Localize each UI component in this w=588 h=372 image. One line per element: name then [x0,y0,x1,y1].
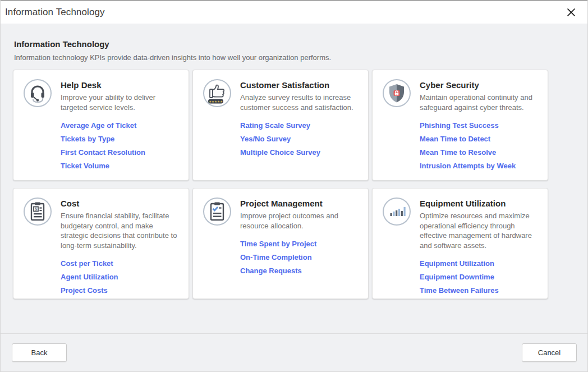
svg-text:$: $ [35,207,37,212]
section-subtitle: Information technology KPIs provide data… [13,53,575,62]
card-title: Help Desk [61,79,181,90]
card-title: Project Management [240,198,360,208]
kpi-link-multiple-choice-survey[interactable]: Multiple Choice Survey [240,148,360,157]
card-equipment-utilization: Equipment Utilization Optimize resources… [372,188,548,299]
kpi-link-ticket-volume[interactable]: Ticket Volume [61,162,181,170]
card-title: Cyber Security [420,79,540,90]
card-cost: $ Cost Ensure financial stability, facil… [13,188,189,299]
kpi-link-equipment-utilization[interactable]: Equipment Utilization [420,259,540,268]
card-links: Cost per Ticket Agent Utilization Projec… [61,259,181,295]
dialog-body: Information Technology Information techn… [1,24,587,333]
kpi-link-equipment-downtime[interactable]: Equipment Downtime [420,273,540,281]
card-cyber-security: Cyber Security Maintain operational cont… [372,70,548,181]
card-links: Phishing Test Success Mean Time to Detec… [420,121,540,170]
kpi-link-average-age-of-ticket[interactable]: Average Age of Ticket [61,121,181,130]
close-icon [567,8,576,17]
kpi-link-mean-time-to-detect[interactable]: Mean Time to Detect [420,135,540,143]
kpi-link-agent-utilization[interactable]: Agent Utilization [61,273,181,281]
cancel-button[interactable]: Cancel [522,343,577,362]
kpi-link-first-contact-resolution[interactable]: First Contact Resolution [61,148,181,157]
headset-icon [24,79,52,107]
kpi-link-intrusion-attempts-by-week[interactable]: Intrusion Attempts by Week [420,162,540,170]
kpi-link-rating-scale-survey[interactable]: Rating Scale Survey [240,121,360,130]
close-button[interactable] [564,5,578,20]
information-technology-dialog: Information Technology Information Techn… [0,0,588,372]
card-customer-satisfaction: ★★★★★ Customer Satisfaction Analyze surv… [192,70,369,181]
kpi-link-cost-per-ticket[interactable]: Cost per Ticket [61,259,181,268]
thumbs-up-rating-icon: ★★★★★ [203,79,231,107]
kpi-link-mean-time-to-resolve[interactable]: Mean Time to Resolve [420,148,540,157]
clipboard-check-icon [203,198,231,226]
kpi-link-time-between-failures[interactable]: Time Between Failures [420,286,540,295]
card-description: Optimize resources and maximize operatio… [420,211,540,250]
card-title: Cost [61,198,181,208]
kpi-link-time-spent-by-project[interactable]: Time Spent by Project [240,240,360,248]
card-title: Customer Satisfaction [240,79,360,90]
kpi-link-on-time-completion[interactable]: On-Time Completion [240,253,360,261]
card-title: Equipment Utilization [420,198,540,208]
card-description: Maintain operational continuity and safe… [420,93,540,112]
back-button[interactable]: Back [12,343,67,362]
svg-text:★★★★★: ★★★★★ [209,100,223,103]
kpi-link-phishing-test-success[interactable]: Phishing Test Success [420,121,540,130]
kpi-cards-grid: Help Desk Improve your ability to delive… [13,70,575,299]
dialog-titlebar: Information Technology [1,0,587,24]
section-heading: Information Technology [13,39,575,49]
card-help-desk: Help Desk Improve your ability to delive… [13,70,189,181]
bar-chart-icon [383,198,411,226]
card-description: Analyze survey results to increase custo… [240,93,360,112]
card-links: Average Age of Ticket Tickets by Type Fi… [61,121,181,170]
card-description: Ensure financial stability, facilitate b… [61,211,181,250]
card-project-management: Project Management Improve project outco… [192,188,369,299]
kpi-link-project-costs[interactable]: Project Costs [61,286,181,295]
dialog-title: Information Technology [5,7,105,18]
kpi-link-tickets-by-type[interactable]: Tickets by Type [61,135,181,143]
kpi-link-yes-no-survey[interactable]: Yes/No Survey [240,135,360,143]
card-links: Time Spent by Project On-Time Completion… [240,240,360,275]
card-links: Rating Scale Survey Yes/No Survey Multip… [240,121,360,157]
card-description: Improve your ability to deliver targeted… [61,93,181,112]
clipboard-dollar-icon: $ [24,198,52,226]
card-description: Improve project outcomes and resource al… [240,211,360,231]
shield-lock-icon [383,79,411,107]
card-links: Equipment Utilization Equipment Downtime… [420,259,540,295]
dialog-footer: Back Cancel [1,333,587,371]
kpi-link-change-requests[interactable]: Change Requests [240,267,360,275]
